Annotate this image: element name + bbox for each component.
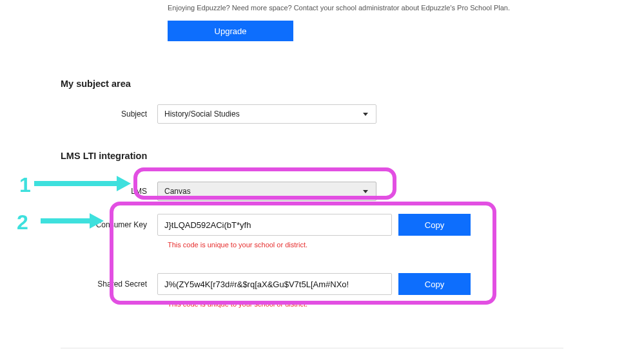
consumer-key-hint: This code is unique to your school or di… (168, 241, 576, 249)
subject-row: Subject History/Social Studies (61, 104, 576, 124)
shared-secret-row: Shared Secret Copy (61, 273, 576, 295)
caret-down-icon (363, 113, 368, 116)
shared-secret-label: Shared Secret (61, 280, 157, 289)
subject-select[interactable]: History/Social Studies (157, 104, 376, 124)
copy-consumer-key-button[interactable]: Copy (398, 214, 471, 236)
shared-secret-input[interactable] (157, 273, 392, 295)
consumer-key-label: Consumer Key (61, 220, 157, 229)
subject-label: Subject (61, 109, 157, 119)
subject-area-title: My subject area (61, 79, 576, 89)
annotation-step-number-1: 1 (19, 173, 31, 197)
lms-selected-value: Canvas (164, 187, 191, 196)
section-divider (61, 348, 563, 348)
upgrade-button[interactable]: Upgrade (168, 21, 293, 41)
lms-select[interactable]: Canvas (157, 182, 376, 201)
lms-label: LMS (61, 187, 157, 196)
copy-shared-secret-button[interactable]: Copy (398, 273, 471, 295)
subject-selected-value: History/Social Studies (164, 109, 240, 119)
annotation-step-number-2: 2 (17, 211, 28, 234)
shared-secret-hint: This code is unique to your school or di… (168, 300, 576, 308)
consumer-key-input[interactable] (157, 214, 392, 236)
promo-text: Enjoying Edpuzzle? Need more space? Cont… (168, 4, 576, 12)
caret-down-icon (363, 190, 368, 193)
lms-row: LMS Canvas (61, 182, 576, 201)
consumer-key-row: Consumer Key Copy (61, 214, 576, 236)
lti-integration-title: LMS LTI integration (61, 151, 576, 161)
